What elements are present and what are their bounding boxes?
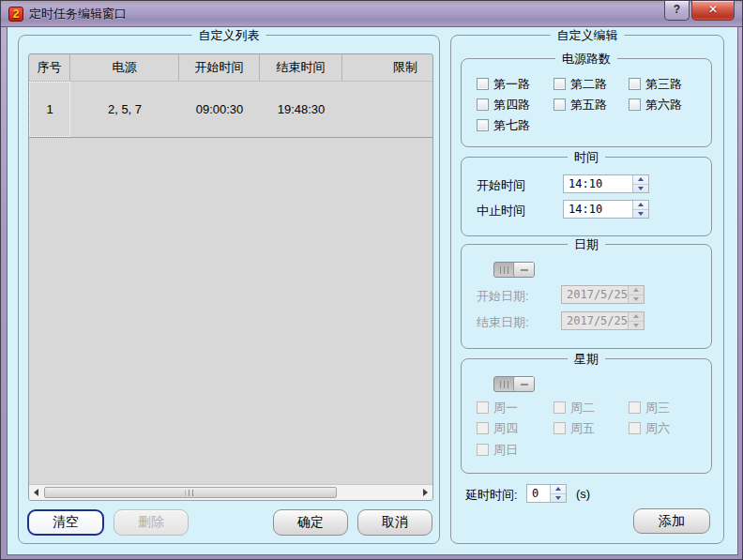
cell-power: 2, 5, 7	[70, 82, 179, 137]
spinner-buttons	[628, 286, 644, 303]
checkbox-channel-6[interactable]: 第六路	[629, 98, 682, 112]
spin-down-icon	[638, 187, 644, 190]
dialog-body: 自定义列表 序号 电源 开始时间 结束时间 限制 1 2, 5, 7 09:00…	[8, 27, 737, 554]
stop-time-value: 14:10	[564, 201, 632, 218]
spin-up-button[interactable]	[633, 201, 648, 210]
checkbox-icon	[477, 401, 489, 414]
thumb-grip-icon	[186, 490, 196, 496]
add-button[interactable]: 添加	[633, 508, 710, 534]
spinner-buttons	[628, 312, 644, 329]
help-button[interactable]: ?	[664, 1, 690, 21]
custom-edit-title: 自定义编辑	[551, 27, 625, 44]
checkbox-channel-4-label: 第四路	[493, 97, 530, 114]
spin-down-icon	[633, 324, 639, 327]
checkbox-channel-6-label: 第六路	[645, 97, 682, 114]
checkbox-monday-label: 周一	[493, 400, 518, 416]
spinner-buttons	[632, 175, 648, 192]
checkbox-channel-5[interactable]: 第五路	[553, 98, 607, 112]
checkbox-channel-7-label: 第七路	[493, 117, 530, 134]
checkbox-icon	[629, 78, 641, 90]
app-icon: 2	[8, 7, 23, 22]
col-header-index: 序号	[29, 54, 70, 81]
spin-down-button[interactable]	[633, 185, 648, 193]
checkbox-icon	[553, 422, 566, 434]
checkbox-channel-1-label: 第一路	[493, 76, 530, 93]
spin-down-button[interactable]	[633, 210, 648, 219]
arrow-right-icon	[423, 489, 428, 496]
scroll-left-button[interactable]	[29, 485, 43, 500]
checkbox-icon	[477, 422, 489, 434]
delay-spinner[interactable]: 0	[526, 484, 567, 503]
delete-button[interactable]: 删除	[114, 509, 189, 536]
checkbox-channel-1[interactable]: 第一路	[477, 77, 530, 91]
week-enable-toggle[interactable]	[493, 376, 535, 392]
checkbox-icon	[477, 444, 489, 456]
scroll-right-button[interactable]	[418, 485, 432, 500]
delay-unit: (s)	[576, 487, 590, 501]
end-date-value: 2017/5/25	[562, 312, 628, 329]
power-channels-title: 电源路数	[555, 51, 617, 68]
cell-limit	[342, 82, 432, 137]
toggle-handle[interactable]	[513, 263, 534, 277]
spin-up-button[interactable]	[633, 175, 648, 185]
toggle-handle[interactable]	[513, 377, 534, 391]
checkbox-thursday: 周四	[477, 421, 518, 435]
checkbox-saturday-label: 周六	[645, 420, 670, 437]
spin-up-icon	[638, 177, 644, 181]
start-time-label: 开始时间	[477, 177, 525, 194]
checkbox-sunday-label: 周日	[493, 442, 518, 459]
arrow-left-icon	[34, 489, 38, 496]
spin-up-icon	[555, 487, 561, 491]
checkbox-friday-label: 周五	[570, 420, 595, 437]
spin-down-button[interactable]	[551, 494, 566, 503]
table-row[interactable]: 1 2, 5, 7 09:00:30 19:48:30	[29, 82, 432, 138]
checkbox-icon	[629, 98, 641, 111]
delete-button-label: 删除	[138, 514, 164, 531]
end-date-label: 结束日期:	[477, 314, 529, 331]
col-header-limit: 限制	[342, 54, 432, 81]
start-time-spinner[interactable]: 14:10	[563, 174, 649, 193]
spin-up-icon	[633, 314, 639, 318]
date-title: 日期	[568, 236, 605, 253]
close-button[interactable]: ✕	[691, 1, 735, 21]
checkbox-wednesday-label: 周三	[645, 400, 670, 416]
col-header-end-time: 结束时间	[260, 54, 342, 81]
dialog-window: 2 定时任务编辑窗口 ? ✕ 自定义列表 序号 电源 开始时间 结束时间 限制 …	[0, 0, 743, 560]
spinner-buttons	[550, 485, 566, 502]
date-groupbox: 日期 开始日期: 2017/5/25 结束日期:	[461, 244, 712, 349]
window-title: 定时任务编辑窗口	[29, 1, 127, 27]
checkbox-channel-7[interactable]: 第七路	[477, 118, 530, 132]
checkbox-channel-3[interactable]: 第三路	[629, 77, 682, 91]
close-icon: ✕	[708, 3, 718, 16]
checkbox-wednesday: 周三	[629, 401, 670, 415]
toggle-grip-icon	[500, 266, 510, 274]
time-groupbox: 时间 开始时间 14:10 中止时间 14:10	[461, 157, 712, 236]
scroll-thumb[interactable]	[44, 487, 337, 498]
start-time-value: 14:10	[564, 175, 632, 192]
spin-down-icon	[638, 212, 644, 216]
cell-index: 1	[29, 82, 70, 137]
date-enable-toggle[interactable]	[493, 262, 535, 278]
cancel-button-label: 取消	[382, 514, 408, 531]
titlebar[interactable]: 2 定时任务编辑窗口 ? ✕	[1, 1, 742, 27]
ok-button[interactable]: 确定	[273, 509, 348, 536]
week-groupbox: 星期 周一 周二 周三	[461, 358, 712, 474]
horizontal-scrollbar[interactable]	[29, 484, 432, 500]
checkbox-saturday: 周六	[629, 421, 670, 435]
spin-up-button[interactable]	[551, 485, 566, 494]
cell-end-time: 19:48:30	[260, 82, 342, 137]
checkbox-tuesday-label: 周二	[570, 400, 595, 416]
time-title: 时间	[568, 149, 605, 166]
spin-up-button	[629, 286, 644, 295]
checkbox-channel-2[interactable]: 第二路	[553, 77, 607, 91]
power-channels-groupbox: 电源路数 第一路 第二路 第三路 第四路	[461, 58, 712, 147]
clear-button[interactable]: 清空	[27, 509, 104, 536]
cancel-button[interactable]: 取消	[357, 509, 432, 536]
toggle-dash-icon	[521, 384, 528, 386]
checkbox-channel-4[interactable]: 第四路	[477, 98, 530, 112]
spin-down-icon	[633, 297, 639, 301]
clear-button-label: 清空	[53, 514, 79, 531]
task-table: 序号 电源 开始时间 结束时间 限制 1 2, 5, 7 09:00:30 19…	[28, 53, 433, 501]
delay-label: 延时时间:	[465, 487, 518, 504]
stop-time-spinner[interactable]: 14:10	[563, 200, 649, 219]
